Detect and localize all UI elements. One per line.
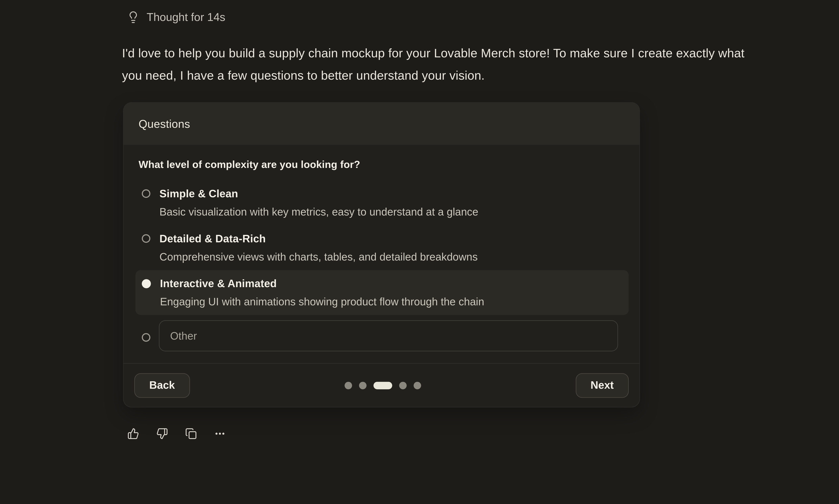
pagination-dot <box>344 381 352 389</box>
thumbs-down-icon[interactable] <box>156 428 168 439</box>
questions-card: Questions What level of complexity are y… <box>123 102 640 408</box>
message-column: Thought for 14s I'd love to help you bui… <box>0 11 839 439</box>
option-description: Comprehensive views with charts, tables,… <box>159 250 618 264</box>
ellipsis-icon[interactable] <box>214 428 226 439</box>
pagination-dot <box>359 381 366 389</box>
message-actions <box>127 428 839 439</box>
card-title: Questions <box>139 118 190 130</box>
back-button[interactable]: Back <box>134 373 190 398</box>
copy-icon[interactable] <box>185 428 197 439</box>
pagination-dots <box>344 381 421 389</box>
question-text: What level of complexity are you looking… <box>139 159 624 171</box>
radio-unselected-icon[interactable] <box>142 234 151 243</box>
option-title: Interactive & Animated <box>160 276 618 290</box>
options-list: Simple & Clean Basic visualization with … <box>135 180 629 357</box>
chat-page: Thought for 14s I'd love to help you bui… <box>0 11 839 504</box>
option-description: Basic visualization with key metrics, ea… <box>159 205 618 219</box>
pagination-dot <box>414 381 421 389</box>
thought-label: Thought for 14s <box>146 11 225 24</box>
lightbulb-icon <box>127 11 140 24</box>
radio-selected-icon[interactable] <box>142 279 151 288</box>
pagination-dot <box>399 381 406 389</box>
card-header: Questions <box>124 103 640 145</box>
option-title: Simple & Clean <box>159 187 618 201</box>
option-description: Engaging UI with animations showing prod… <box>160 294 618 308</box>
option-title: Detailed & Data-Rich <box>159 232 618 246</box>
option-simple-clean[interactable]: Simple & Clean Basic visualization with … <box>135 180 629 225</box>
next-button[interactable]: Next <box>576 373 629 398</box>
card-footer: Back Next <box>124 363 640 407</box>
other-input[interactable] <box>159 320 618 351</box>
pagination-dot-active <box>373 381 392 389</box>
assistant-message: I'd love to help you build a supply chai… <box>122 42 747 87</box>
option-interactive-animated[interactable]: Interactive & Animated Engaging UI with … <box>135 270 629 315</box>
thumbs-up-icon[interactable] <box>127 428 139 439</box>
radio-unselected-icon[interactable] <box>142 189 151 198</box>
radio-unselected-icon[interactable] <box>142 333 151 342</box>
option-detailed-data-rich[interactable]: Detailed & Data-Rich Comprehensive views… <box>135 225 629 270</box>
thought-toggle[interactable]: Thought for 14s <box>127 11 225 24</box>
card-body: What level of complexity are you looking… <box>124 145 640 363</box>
option-other[interactable] <box>135 315 629 357</box>
